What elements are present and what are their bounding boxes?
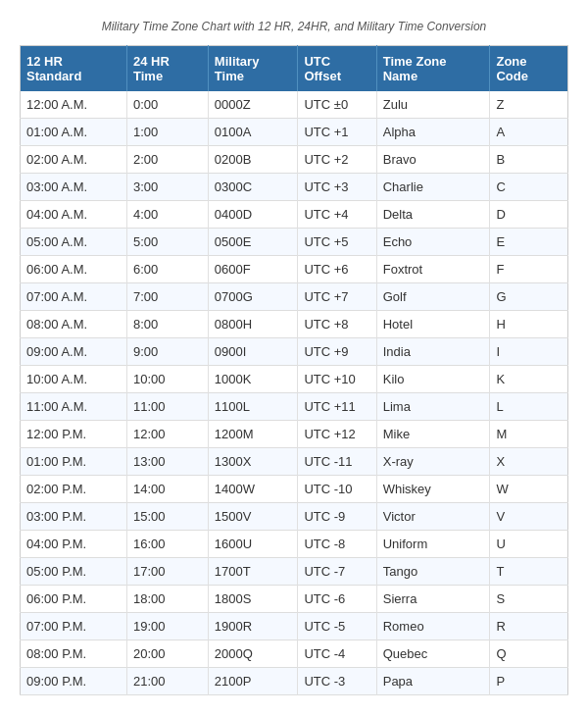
table-row: 04:00 P.M.16:001600UUTC -8UniformU xyxy=(21,531,568,558)
table-row: 09:00 A.M.9:000900IUTC +9IndiaI xyxy=(21,338,568,366)
table-row: 08:00 A.M.8:000800HUTC +8HotelH xyxy=(21,311,568,338)
table-cell: UTC -7 xyxy=(298,558,376,586)
table-cell: Sierra xyxy=(376,586,490,613)
table-cell: 5:00 xyxy=(127,229,209,256)
table-cell: UTC -5 xyxy=(298,613,376,640)
table-cell: Foxtrot xyxy=(376,256,490,283)
table-cell: 2:00 xyxy=(127,146,209,174)
table-cell: H xyxy=(490,311,568,338)
table-cell: X xyxy=(490,448,568,476)
table-cell: 1100L xyxy=(208,393,298,421)
table-cell: 12:00 xyxy=(127,421,209,448)
table-cell: 13:00 xyxy=(127,448,209,476)
table-cell: 03:00 A.M. xyxy=(21,174,127,201)
table-cell: UTC +12 xyxy=(298,421,376,448)
table-cell: Z xyxy=(490,91,568,119)
table-cell: 0600F xyxy=(208,256,298,283)
table-cell: Golf xyxy=(376,283,490,311)
table-cell: UTC +1 xyxy=(298,119,376,146)
table-cell: UTC +7 xyxy=(298,283,376,311)
table-cell: Hotel xyxy=(376,311,490,338)
table-cell: Delta xyxy=(376,201,490,229)
table-cell: 06:00 P.M. xyxy=(21,586,127,613)
table-row: 05:00 A.M.5:000500EUTC +5EchoE xyxy=(21,229,568,256)
table-cell: 1700T xyxy=(208,558,298,586)
table-cell: 07:00 A.M. xyxy=(21,283,127,311)
table-cell: 05:00 A.M. xyxy=(21,229,127,256)
table-row: 06:00 P.M.18:001800SUTC -6SierraS xyxy=(21,586,568,613)
table-cell: UTC -11 xyxy=(298,448,376,476)
table-cell: Charlie xyxy=(376,174,490,201)
table-cell: 17:00 xyxy=(127,558,209,586)
table-cell: U xyxy=(490,531,568,558)
table-cell: Tango xyxy=(376,558,490,586)
table-cell: 19:00 xyxy=(127,613,209,640)
table-header-cell: Time Zone Name xyxy=(376,46,490,92)
table-row: 01:00 P.M.13:001300XUTC -11X-rayX xyxy=(21,448,568,476)
table-cell: F xyxy=(490,256,568,283)
table-row: 06:00 A.M.6:000600FUTC +6FoxtrotF xyxy=(21,256,568,283)
table-cell: 11:00 A.M. xyxy=(21,393,127,421)
table-cell: UTC -9 xyxy=(298,503,376,531)
table-cell: 04:00 A.M. xyxy=(21,201,127,229)
table-cell: C xyxy=(490,174,568,201)
table-cell: 1200M xyxy=(208,421,298,448)
table-cell: A xyxy=(490,119,568,146)
table-cell: Quebec xyxy=(376,640,490,668)
table-cell: 1300X xyxy=(208,448,298,476)
table-cell: UTC +11 xyxy=(298,393,376,421)
table-cell: G xyxy=(490,283,568,311)
table-cell: Uniform xyxy=(376,531,490,558)
table-cell: B xyxy=(490,146,568,174)
table-cell: S xyxy=(490,586,568,613)
table-cell: 1500V xyxy=(208,503,298,531)
table-row: 12:00 A.M.0:000000ZUTC ±0ZuluZ xyxy=(21,91,568,119)
table-cell: Echo xyxy=(376,229,490,256)
table-cell: 01:00 A.M. xyxy=(21,119,127,146)
table-cell: UTC -6 xyxy=(298,586,376,613)
table-cell: 7:00 xyxy=(127,283,209,311)
table-row: 02:00 P.M.14:001400WUTC -10WhiskeyW xyxy=(21,476,568,503)
table-cell: 0200B xyxy=(208,146,298,174)
table-cell: 4:00 xyxy=(127,201,209,229)
table-cell: W xyxy=(490,476,568,503)
table-cell: 0500E xyxy=(208,229,298,256)
table-row: 09:00 P.M.21:002100PUTC -3PapaP xyxy=(21,668,568,695)
table-cell: 0000Z xyxy=(208,91,298,119)
table-cell: UTC -4 xyxy=(298,640,376,668)
table-cell: UTC +5 xyxy=(298,229,376,256)
table-cell: R xyxy=(490,613,568,640)
table-cell: L xyxy=(490,393,568,421)
table-row: 12:00 P.M.12:001200MUTC +12MikeM xyxy=(21,421,568,448)
table-cell: 1600U xyxy=(208,531,298,558)
table-cell: 04:00 P.M. xyxy=(21,531,127,558)
table-cell: Mike xyxy=(376,421,490,448)
table-cell: 3:00 xyxy=(127,174,209,201)
time-zone-table: 12 HR Standard24 HR TimeMilitary TimeUTC… xyxy=(20,45,568,695)
table-cell: 1000K xyxy=(208,366,298,393)
page-subtitle: Military Time Zone Chart with 12 HR, 24H… xyxy=(20,20,568,33)
table-cell: 08:00 A.M. xyxy=(21,311,127,338)
table-row: 07:00 P.M.19:001900RUTC -5RomeoR xyxy=(21,613,568,640)
table-cell: 09:00 P.M. xyxy=(21,668,127,695)
table-cell: 9:00 xyxy=(127,338,209,366)
table-cell: UTC +4 xyxy=(298,201,376,229)
table-cell: India xyxy=(376,338,490,366)
table-cell: UTC ±0 xyxy=(298,91,376,119)
table-cell: 01:00 P.M. xyxy=(21,448,127,476)
table-cell: 05:00 P.M. xyxy=(21,558,127,586)
table-cell: 14:00 xyxy=(127,476,209,503)
table-cell: Lima xyxy=(376,393,490,421)
table-cell: I xyxy=(490,338,568,366)
table-row: 10:00 A.M.10:001000KUTC +10KiloK xyxy=(21,366,568,393)
table-cell: 0900I xyxy=(208,338,298,366)
table-cell: D xyxy=(490,201,568,229)
table-cell: 16:00 xyxy=(127,531,209,558)
table-cell: UTC -3 xyxy=(298,668,376,695)
table-cell: X-ray xyxy=(376,448,490,476)
table-cell: 0300C xyxy=(208,174,298,201)
table-header-cell: Military Time xyxy=(208,46,298,92)
table-row: 04:00 A.M.4:000400DUTC +4DeltaD xyxy=(21,201,568,229)
table-cell: E xyxy=(490,229,568,256)
table-cell: 07:00 P.M. xyxy=(21,613,127,640)
